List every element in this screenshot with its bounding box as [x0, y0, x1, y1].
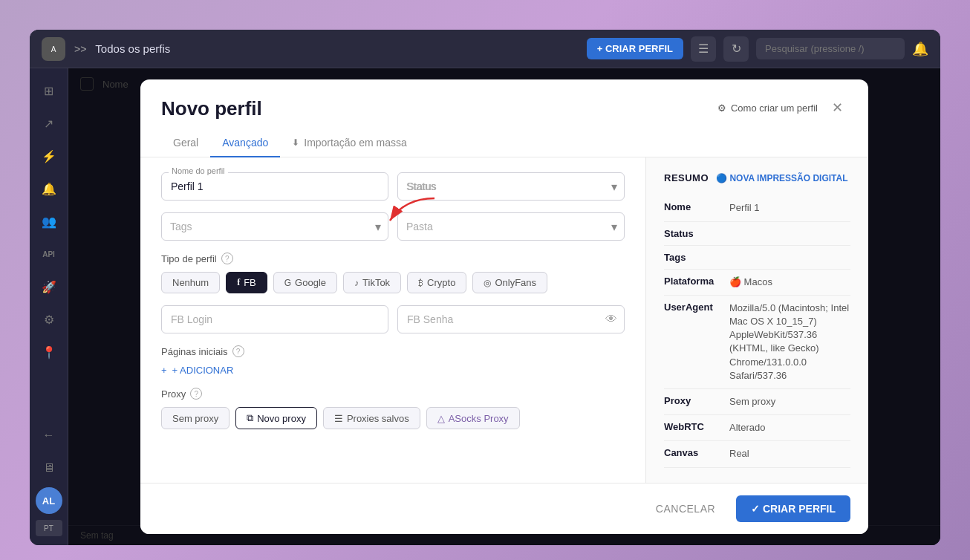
- user-initials: AL: [42, 495, 55, 507]
- sidebar-bottom: ← 🖥 AL PT: [36, 422, 62, 536]
- language-indicator[interactable]: PT: [36, 520, 62, 536]
- type-btn-nenhum[interactable]: Nenhum: [161, 272, 220, 293]
- page-title: Todos os perfis: [95, 42, 577, 55]
- plus-icon: +: [161, 365, 167, 376]
- sidebar-item-location[interactable]: 📍: [36, 339, 62, 365]
- modal-header: Novo perfil ⚙ Como criar um perfil ✕: [140, 79, 868, 120]
- svg-text:A: A: [51, 45, 56, 53]
- tags-group: Tags: [161, 212, 388, 241]
- download-icon: ⬇: [292, 137, 299, 148]
- type-btn-onlyfans[interactable]: ◎ OnlyFans: [472, 272, 547, 293]
- pasta-group: Pasta: [397, 212, 625, 241]
- proxy-help-icon[interactable]: ?: [190, 388, 202, 400]
- filter-button[interactable]: ☰: [691, 36, 716, 62]
- top-bar: A >> Todos os perfis + CRIAR PERFIL ☰ ↻ …: [30, 30, 940, 68]
- create-profile-modal-button[interactable]: ✓ CRIAR PERFIL: [736, 495, 850, 522]
- launch-icon: 🚀: [42, 280, 56, 294]
- filter-icon: ☰: [698, 42, 709, 56]
- profile-name-input[interactable]: [161, 172, 388, 201]
- paginas-help-icon[interactable]: ?: [232, 345, 244, 357]
- app-avatar: A: [42, 37, 65, 61]
- sidebar-item-display[interactable]: 🖥: [36, 455, 62, 481]
- cancel-button[interactable]: CANCELAR: [644, 497, 727, 521]
- fb-icon: f: [237, 277, 240, 288]
- profile-name-label: Nome do perfil: [169, 166, 228, 175]
- summary-row-webrtc: WebRTC Alterado: [664, 415, 850, 441]
- status-select[interactable]: Status: [397, 172, 625, 201]
- user-avatar[interactable]: AL: [36, 487, 62, 514]
- password-toggle-button[interactable]: 👁: [605, 313, 617, 326]
- proxy-btn-novo-proxy[interactable]: ⧉ Novo proxy: [235, 407, 317, 429]
- proxy-section: Proxy ?: [161, 388, 625, 400]
- type-btn-crypto[interactable]: ₿ Crypto: [407, 272, 466, 293]
- team-icon: 👥: [42, 215, 56, 229]
- tab-geral[interactable]: Geral: [161, 129, 210, 157]
- modal-tabs: Geral Avançado ⬇ Importação em massa: [140, 123, 868, 157]
- sidebar-item-notifications[interactable]: 🔔: [36, 175, 62, 202]
- sidebar-item-api[interactable]: API: [36, 241, 62, 267]
- proxy-btn-asocks[interactable]: △ ASocks Proxy: [426, 407, 520, 429]
- proxy-btn-sem-proxy[interactable]: Sem proxy: [161, 407, 230, 429]
- summary-title: RESUMO: [664, 172, 709, 183]
- fb-credentials-row: 👁: [161, 305, 625, 333]
- summary-row-useragent: UserAgent Mozilla/5.0 (Macintosh; Intel …: [664, 296, 850, 389]
- sidebar-item-back[interactable]: ←: [36, 422, 62, 449]
- asocks-icon: △: [437, 413, 445, 424]
- profiles-icon: ⊞: [44, 84, 53, 98]
- close-modal-button[interactable]: ✕: [827, 97, 847, 118]
- novo-proxy-icon: ⧉: [247, 412, 253, 424]
- form-row-tags-pasta: Tags Pasta: [161, 212, 625, 241]
- back-icon: ←: [43, 429, 55, 442]
- sidebar-item-settings[interactable]: ⚙: [36, 306, 62, 333]
- tab-importacao[interactable]: ⬇ Importação em massa: [280, 129, 419, 157]
- sidebar-item-team[interactable]: 👥: [36, 208, 62, 235]
- refresh-button[interactable]: ↻: [723, 36, 749, 62]
- location-icon: 📍: [42, 345, 56, 359]
- profile-type-buttons: Nenhum f FB G Google: [161, 272, 625, 293]
- profile-type-help-icon[interactable]: ?: [221, 253, 233, 264]
- sidebar-item-profiles[interactable]: ⊞: [36, 77, 62, 104]
- settings-icon: ⚙: [44, 313, 54, 327]
- proxy-btn-proxies-salvos[interactable]: ☰ Proxies salvos: [323, 407, 420, 429]
- add-page-button[interactable]: + + ADICIONAR: [161, 365, 233, 376]
- tab-avancado[interactable]: Avançado: [210, 129, 280, 157]
- pasta-select[interactable]: [397, 212, 625, 241]
- status-group: Status Status: [397, 172, 625, 201]
- modal-title: Novo perfil: [161, 97, 262, 120]
- type-btn-fb[interactable]: f FB: [226, 272, 267, 293]
- profile-type-section: Tipo de perfil ?: [161, 253, 625, 264]
- links-icon: ↗: [44, 117, 53, 131]
- summary-row-canvas: Canvas Real: [664, 441, 850, 467]
- search-input[interactable]: [756, 38, 905, 59]
- type-btn-google[interactable]: G Google: [273, 272, 337, 293]
- new-fingerprint-button[interactable]: 🔵 NOVA IMPRESSÃO DIGITAL: [716, 173, 847, 183]
- create-profile-button[interactable]: + CRIAR PERFIL: [587, 38, 683, 59]
- summary-header: RESUMO 🔵 NOVA IMPRESSÃO DIGITAL: [664, 172, 850, 183]
- modal-form: Nome do perfil Status Status: [140, 157, 645, 482]
- sidebar-item-launch[interactable]: 🚀: [36, 273, 62, 300]
- fb-password-input[interactable]: [397, 305, 625, 333]
- summary-row-nome: Nome Perfil 1: [664, 195, 850, 221]
- summary-row-tags: Tags: [664, 246, 850, 270]
- how-to-button[interactable]: ⚙ Como criar um perfil: [717, 102, 818, 114]
- modal-summary: RESUMO 🔵 NOVA IMPRESSÃO DIGITAL Nome Per…: [645, 157, 868, 482]
- summary-row-proxy: Proxy Sem proxy: [664, 389, 850, 415]
- bell-icon[interactable]: 🔔: [912, 41, 928, 57]
- modal-header-right: ⚙ Como criar um perfil ✕: [717, 97, 847, 118]
- fb-login-input[interactable]: [161, 305, 388, 333]
- tags-select[interactable]: [161, 212, 388, 241]
- fb-password-group: 👁: [397, 305, 625, 333]
- tiktok-icon: ♪: [354, 278, 359, 288]
- sidebar: ⊞ ↗ ⚡ 🔔 👥 API 🚀 ⚙ 📍 ← 🖥 AL PT: [30, 68, 68, 545]
- sidebar-item-automation[interactable]: ⚡: [36, 143, 62, 169]
- type-btn-tiktok[interactable]: ♪ TikTok: [343, 272, 401, 293]
- display-icon: 🖥: [43, 461, 55, 475]
- summary-row-status: Status: [664, 222, 850, 246]
- gear-circle-icon: ⚙: [717, 102, 726, 114]
- api-icon: API: [42, 250, 55, 258]
- onlyfans-icon: ◎: [484, 278, 491, 288]
- profile-name-group: Nome do perfil: [161, 172, 388, 201]
- sidebar-item-links[interactable]: ↗: [36, 110, 62, 137]
- automation-icon: ⚡: [42, 149, 56, 163]
- main-layout: ⊞ ↗ ⚡ 🔔 👥 API 🚀 ⚙ 📍 ← 🖥 AL PT: [30, 68, 940, 545]
